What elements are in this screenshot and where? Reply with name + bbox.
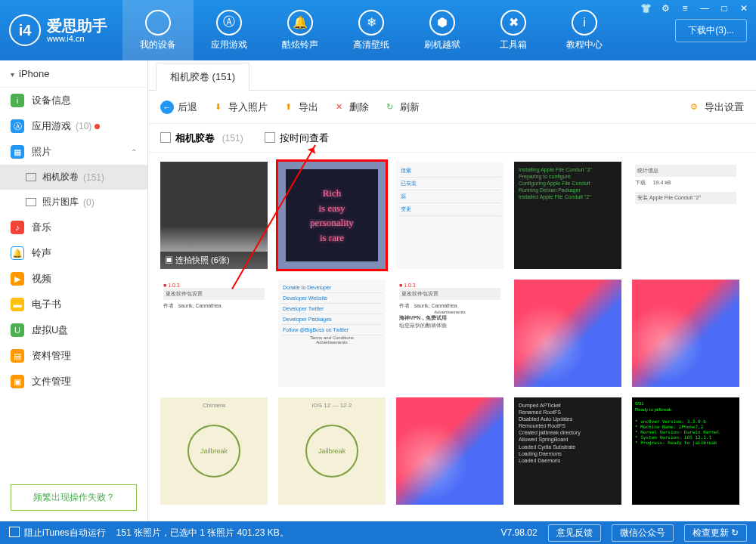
sidebar-files[interactable]: ▣文件管理	[0, 369, 147, 394]
nav-tutorials[interactable]: i教程中心	[549, 0, 620, 60]
music-icon: ♪	[11, 221, 24, 234]
thumb-screenshot-7[interactable]: Dumped APTicketRenamed RootFSDisabled Au…	[514, 397, 621, 505]
version-text: V7.98.02	[501, 527, 538, 538]
bell-icon: 🔔	[287, 10, 313, 36]
filter-by-time[interactable]: 按时间查看	[265, 131, 329, 145]
sidebar-video[interactable]: ▶视频	[0, 266, 147, 292]
sidebar-data[interactable]: ▤资料管理	[0, 343, 147, 369]
thumb-screenshot-4[interactable]: ■ 1.0.3更改软件包设置作者 saurik, Cannathea	[160, 280, 268, 387]
sidebar-apps[interactable]: Ⓐ应用游戏(10)	[0, 113, 147, 139]
menu-icon[interactable]: ≡	[679, 3, 691, 14]
thumb-screenshot-6[interactable]: ■ 1.0.3更改软件包设置作者 saurik, CannatheaAdvert…	[396, 280, 503, 387]
tab-camera-roll[interactable]: 相机胶卷 (151)	[156, 63, 249, 91]
logo: i4 爱思助手 www.i4.cn	[9, 14, 107, 46]
import-button[interactable]: ⬇导入照片	[211, 100, 268, 114]
info-icon: i	[11, 94, 24, 107]
files-icon: ▣	[11, 375, 24, 388]
nav-wallpapers[interactable]: ❄高清壁纸	[336, 0, 407, 60]
thumb-screenshot-2[interactable]: Installing Apple File Conduit "2"Prepari…	[514, 162, 621, 269]
maximize-icon[interactable]: □	[718, 3, 730, 14]
thumb-wallpaper-1[interactable]	[514, 280, 621, 387]
sidebar-photo-library[interactable]: 照片图库(0)	[0, 190, 147, 215]
thumb-wallpaper-2[interactable]	[632, 280, 739, 387]
checkbox-icon[interactable]	[160, 132, 171, 143]
nav: 我的设备 Ⓐ应用游戏 🔔酷炫铃声 ❄高清壁纸 ⬢刷机越狱 ✖工具箱 i教程中心	[122, 0, 675, 60]
thumb-screenshot-3[interactable]: 统计信息下载 19.4 kB安装 Apple File Conduit "2"	[632, 162, 739, 269]
thumb-screenshot-1[interactable]: 搜索已安装源变更	[396, 162, 503, 269]
delete-button[interactable]: ✕删除	[332, 100, 369, 114]
sidebar-music[interactable]: ♪音乐	[0, 215, 147, 240]
itunes-checkbox[interactable]: 阻止iTunes自动运行	[9, 527, 106, 539]
main: 相机胶卷 (151) ←后退 ⬇导入照片 ⬆导出 ✕删除 ↻刷新 ⚙导出设置 相…	[148, 60, 756, 521]
photo-grid[interactable]: ▣ 连拍快照 (6张) Rich is easy personality is …	[148, 153, 756, 521]
export-button[interactable]: ⬆导出	[281, 100, 318, 114]
back-icon: ←	[160, 100, 174, 114]
tabs: 相机胶卷 (151)	[148, 60, 756, 91]
settings-icon[interactable]: ⚙	[659, 3, 671, 14]
book-icon: ▬	[11, 298, 24, 311]
delete-icon: ✕	[332, 100, 345, 114]
logo-badge: i4	[9, 14, 41, 46]
export-icon: ⬆	[281, 100, 295, 114]
help-link[interactable]: 频繁出现操作失败？	[11, 484, 137, 511]
video-icon: ▶	[11, 272, 24, 286]
nav-jailbreak[interactable]: ⬢刷机越狱	[407, 0, 478, 60]
folder-icon	[26, 173, 36, 181]
usb-icon: U	[11, 323, 24, 337]
checkbox-icon[interactable]	[265, 132, 275, 143]
thumb-jailbreak-2[interactable]: iOS 12 — 12.2Jailbreak	[278, 397, 386, 505]
footer: 阻止iTunes自动运行 151 张照片，已选中 1 张照片 401.23 KB…	[0, 521, 756, 544]
box-icon: ⬢	[429, 10, 455, 36]
sidebar-camera-roll[interactable]: 相机胶卷(151)	[0, 165, 147, 190]
sidebar-usb[interactable]: U虚拟U盘	[0, 317, 147, 343]
feedback-button[interactable]: 意见反馈	[548, 524, 601, 542]
thumb-wallpaper-3[interactable]	[396, 397, 503, 505]
gear-icon: ⚙	[687, 100, 701, 114]
sidebar: iPhone i设备信息 Ⓐ应用游戏(10) ▦照片 相机胶卷(151) 照片图…	[0, 60, 148, 521]
sidebar-ebooks[interactable]: ▬电子书	[0, 292, 147, 317]
apple-icon	[145, 10, 171, 36]
checkbox-icon[interactable]	[9, 527, 20, 537]
photos-icon: ▦	[11, 145, 24, 159]
download-button[interactable]: 下载中(3)...	[675, 19, 747, 42]
sidebar-photos[interactable]: ▦照片	[0, 139, 147, 165]
apps-icon: Ⓐ	[216, 10, 242, 36]
nav-apps[interactable]: Ⓐ应用游戏	[194, 0, 265, 60]
red-dot-icon	[94, 124, 100, 129]
device-header[interactable]: iPhone	[0, 60, 147, 88]
status-text: 151 张照片，已选中 1 张照片 401.23 KB。	[116, 527, 289, 539]
refresh-icon: ↻	[383, 100, 396, 114]
tools-icon: ✖	[500, 10, 526, 36]
filter-camera-roll[interactable]: 相机胶卷 (151)	[160, 131, 243, 145]
tshirt-icon[interactable]: 👕	[640, 3, 652, 14]
thumb-terminal[interactable]: 0/31 Ready to jailbreak* unc0ver Version…	[632, 397, 739, 505]
nav-toolbox[interactable]: ✖工具箱	[478, 0, 549, 60]
nav-ringtones[interactable]: 🔔酷炫铃声	[265, 0, 336, 60]
folder-icon	[26, 198, 36, 206]
app-url: www.i4.cn	[47, 34, 107, 43]
toolbar: ←后退 ⬇导入照片 ⬆导出 ✕删除 ↻刷新 ⚙导出设置	[148, 91, 756, 124]
export-settings-button[interactable]: ⚙导出设置	[687, 100, 744, 114]
info-icon: i	[572, 10, 597, 36]
wechat-button[interactable]: 微信公众号	[612, 524, 674, 542]
import-icon: ⬇	[211, 100, 225, 114]
snow-icon: ❄	[358, 10, 384, 36]
back-button[interactable]: ←后退	[160, 100, 197, 114]
close-icon[interactable]: ✕	[738, 3, 750, 14]
sidebar-ringtones[interactable]: 🔔铃声	[0, 240, 147, 266]
neon-text: Rich is easy personality is rare	[286, 169, 378, 261]
app-name: 爱思助手	[47, 17, 107, 34]
sidebar-device-info[interactable]: i设备信息	[0, 88, 147, 113]
nav-my-device[interactable]: 我的设备	[122, 0, 194, 60]
apps-icon: Ⓐ	[11, 119, 24, 133]
thumb-jailbreak-1[interactable]: ChimeraJailbreak	[160, 397, 268, 505]
bell-icon: 🔔	[11, 246, 24, 260]
thumb-screenshot-5[interactable]: Donate to DeveloperDeveloper WebsiteDeve…	[278, 280, 386, 387]
refresh-button[interactable]: ↻刷新	[383, 100, 420, 114]
filter-bar: 相机胶卷 (151) 按时间查看	[148, 124, 756, 153]
data-icon: ▤	[11, 349, 24, 363]
minimize-icon[interactable]: —	[699, 3, 711, 14]
update-button[interactable]: 检查更新 ↻	[684, 524, 747, 542]
